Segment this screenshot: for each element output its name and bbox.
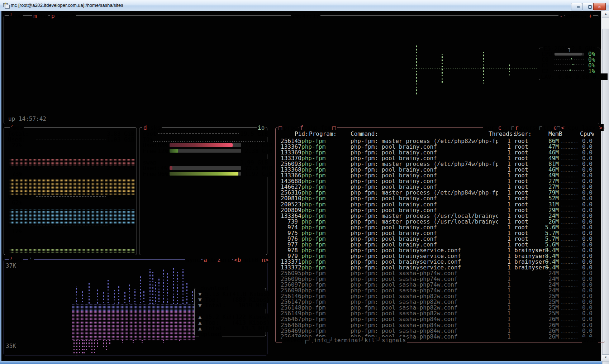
net-upload-spike: [133, 340, 134, 343]
cpu-box-title: 1cpu: [9, 13, 23, 19]
close-icon: ✕: [598, 5, 601, 9]
cell-mem-graph: ⣀⣀⣀⣀⣀⣀: [561, 219, 578, 225]
interval-plus-button[interactable]: +: [587, 13, 593, 19]
signals-button[interactable]: signals: [381, 337, 407, 344]
cell-command: php-fpm: pool brainy.conf: [351, 202, 498, 207]
menu-button[interactable]: menu: [32, 13, 48, 19]
minimize-button[interactable]: [571, 3, 582, 10]
net-download-spike: [97, 289, 98, 304]
col-command[interactable]: Command:: [351, 130, 378, 137]
maximize-button[interactable]: [582, 3, 593, 10]
cell-mem-graph: ⣀⣀⣀⣀⣀⣀: [561, 178, 578, 184]
cell-mem-graph: ⣀⣀⣀⣀⣀⣀: [561, 207, 578, 213]
cell-command: php-fpm: pool brainy.conf: [351, 207, 498, 213]
cell-command: php-fpm: pool sasha-php74w.conf: [351, 276, 498, 282]
net-download-spike: [140, 276, 141, 304]
cell-mem-graph: ⣀⣀⣀⣀⣀⣀: [561, 144, 578, 150]
cell-command: php-fpm: pool sasha-php84w.conf: [351, 328, 498, 334]
cell-command: php-fpm: pool sasha-php82w.conf: [351, 293, 498, 299]
cell-command: php-fpm: master process (/etc/php84w/php…: [351, 190, 498, 196]
window-border-bottom: [0, 361, 609, 364]
cell-command: php-fpm: master process (/usr/local/brai…: [351, 213, 498, 219]
cpu-graph-spike: [416, 45, 417, 95]
net-upload-spike: [73, 340, 75, 354]
cell-mem-graph: ⣀⣀⣀⣀⣀⣀: [561, 299, 578, 305]
cell-mem-graph: ⣀⣀⣀⣀⣀⣀: [561, 305, 578, 311]
col-mem[interactable]: MemB: [548, 130, 562, 137]
cell-command: php-fpm: pool sasha-php74w.conf: [351, 288, 498, 293]
window-titlebar[interactable]: ⚡ mc [root@a202.itdeveloper.com.ua]:/hom…: [0, 0, 609, 11]
cell-command: php-fpm: pool brainyservice.conf: [351, 248, 498, 253]
maximize-icon: [588, 5, 592, 9]
close-button[interactable]: ✕: [593, 3, 606, 10]
net-upload-spike: [163, 340, 164, 343]
interval-minus-button[interactable]: -: [558, 13, 564, 19]
col-cpu[interactable]: Cpu%: [580, 130, 594, 137]
cell-command: php-fpm: pool brainy.conf: [351, 225, 498, 230]
cell-mem-graph: ⣀⣀⣀⣀⣀⣀: [561, 184, 578, 190]
process-table: 256145php-fpmphp-fpm: master process (/e…: [275, 138, 604, 340]
download-total-value: 1019 MiB: [237, 302, 267, 309]
cell-mem-graph: ⣀⣀⣀⣀⣀⣀: [561, 150, 578, 155]
arrow-down-icon: ▼: [605, 356, 607, 359]
uptime: up 14:57:42: [7, 115, 47, 122]
scroll-up-button[interactable]: ▲: [602, 11, 609, 18]
mem-cached-percent: 62%: [11, 199, 23, 206]
cpu-graph-baseline: [412, 68, 538, 68]
cell-command: php-fpm: master process (/usr/local/brai…: [351, 219, 498, 225]
preset-button[interactable]: preset: [50, 13, 73, 19]
cell-mem: 26M: [541, 334, 559, 340]
cell-command: php-fpm: pool sasha-php84w.conf: [351, 316, 498, 322]
cell-command: php-fpm: pool brainy.conf: [351, 150, 498, 155]
cell-command: php-fpm: pool brainyservice.conf: [351, 253, 498, 259]
disk-root-size: 19.5 GiB: [239, 130, 269, 137]
net-download-spike: [76, 287, 77, 304]
net-upload-spike: [142, 340, 143, 343]
disk-swap-free-bar: [170, 172, 241, 176]
mem-used-graph: [9, 159, 135, 166]
net-download-spike: [155, 282, 156, 304]
cell-command: php-fpm: pool sasha-php74w.conf: [351, 270, 498, 276]
cell-mem-graph: ⣀⣀⣀⣀⣀⣀: [561, 328, 578, 334]
cell-mem-graph: ⣀⣀⣀⣀⣀⣀: [561, 316, 578, 322]
net-scale-top: 37K: [5, 262, 17, 269]
net-download-spike: [114, 290, 115, 304]
cell-mem-graph: ⣀⣀⣀⣀⣀⣀: [561, 253, 578, 259]
net-upload-spike: [89, 340, 90, 349]
scroll-down-button[interactable]: ▼: [602, 354, 609, 361]
net-download-spike: [82, 291, 83, 304]
download-total: ▼ Total:: [197, 302, 227, 309]
cell-mem-graph: ⣀⣀⣀⣀⣀⣀: [561, 242, 578, 248]
net-download-spike: [118, 286, 119, 304]
select-button[interactable]: select: [282, 337, 305, 344]
cell-mem-graph: ⣀⣀⣀⣀⣀⣀: [561, 190, 578, 196]
net-download-spike: [158, 278, 160, 304]
col-program[interactable]: Program:: [309, 130, 337, 137]
net-download-spike: [134, 289, 135, 304]
cell-mem-graph: ⣀⣀⣀⣀⣀⣀: [561, 225, 578, 230]
cell-mem-graph: ⣀⣀⣀⣀⣀⣀: [561, 161, 578, 167]
net-sync-toggle[interactable]: sync: [185, 257, 201, 263]
net-iface-switch[interactable]: <b eth0 n>: [233, 257, 270, 263]
cell-command: php-fpm: master process (/etc/php74w/php…: [351, 161, 498, 167]
net-download-spike: [129, 284, 130, 304]
cell-mem-graph: ⣀⣀⣀⣀⣀⣀: [561, 138, 578, 144]
cell-user: brainyser+: [514, 265, 541, 270]
col-user[interactable]: User:: [514, 130, 532, 137]
cell-command: php-fpm: pool sasha-php74w.conf: [351, 282, 498, 288]
net-zero-toggle[interactable]: zero: [216, 257, 232, 263]
net-upload-spike: [79, 340, 80, 353]
col-threads[interactable]: Threads:: [489, 130, 516, 137]
mem-available-graph: [9, 178, 135, 195]
cpu-graph-spike: [483, 52, 484, 83]
putty-icon: ⚡: [3, 3, 9, 8]
net-download-spike: [124, 292, 125, 304]
cell-command: php-fpm: pool sasha-php82w.conf: [351, 305, 498, 311]
net-download-spike: [177, 272, 178, 304]
load-average: LAV: 0.04 0.08 0.03: [540, 73, 608, 80]
col-pid[interactable]: Pid:: [295, 130, 309, 137]
disk-swap-free-value: 1.92 GiB: [244, 171, 273, 177]
arrow-up-icon: ▲: [605, 12, 607, 15]
net-tick: ': [28, 257, 34, 263]
cell-command: php-fpm: pool brainy.conf: [351, 184, 498, 190]
